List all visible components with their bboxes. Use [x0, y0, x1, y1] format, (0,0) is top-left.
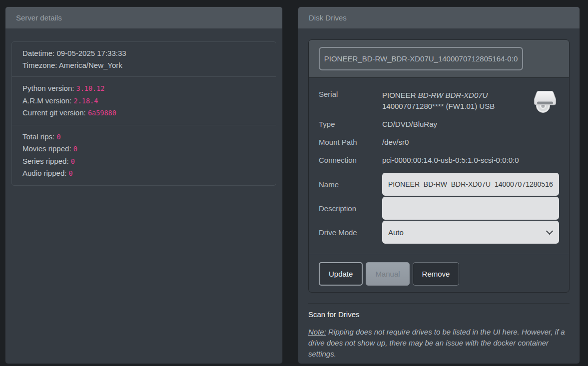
series-ripped-line: Series ripped: 0 [22, 155, 265, 168]
git-version-label: Current git version: [22, 108, 86, 117]
manual-button[interactable]: Manual [366, 262, 409, 286]
arm-version-line: A.R.M version: 2.18.4 [22, 95, 265, 107]
server-details-header: Server details [5, 7, 282, 28]
python-version-line: Python version: 3.10.12 [22, 82, 265, 95]
note-label: Note: [308, 328, 326, 336]
drives-note: Note: Ripping does not require drives to… [308, 327, 570, 360]
page: Server details Datetime: 09-05-2025 17:3… [0, 0, 588, 366]
field-row-connection: Connection pci-0000:00:14.0-usb-0:5:1.0-… [319, 155, 559, 166]
type-value: CD/DVD/BluRay [382, 119, 437, 130]
datetime-value: 09-05-2025 17:33:33 [56, 49, 126, 57]
server-details-body: Datetime: 09-05-2025 17:33:33 Timezone: … [5, 28, 282, 364]
drive-mode-select[interactable]: Auto [382, 221, 559, 244]
field-row-mount-path: Mount Path /dev/sr0 [319, 137, 559, 148]
drive-card-footer: Update Manual Remove [309, 254, 569, 292]
series-ripped-label: Series ripped: [22, 157, 69, 165]
name-input[interactable] [382, 173, 559, 196]
audio-ripped-line: Audio ripped: 0 [22, 167, 265, 180]
remove-button[interactable]: Remove [413, 262, 460, 286]
timezone-label: Timezone: [22, 61, 57, 69]
git-version-line: Current git version: 6a59880 [22, 107, 265, 119]
serial-maker: PIONEER [382, 91, 416, 99]
disc-drive-icon [532, 89, 558, 115]
datetime-line: Datetime: 09-05-2025 17:33:33 [22, 47, 265, 59]
total-rips-value: 0 [56, 133, 60, 141]
server-details-title: Server details [16, 13, 62, 22]
arm-version-label: A.R.M version: [22, 96, 71, 105]
field-row-serial: Serial PIONEER BD-RW BDR-XD07U 140007071… [319, 90, 559, 111]
disk-drives-header: Disk Drives [298, 7, 580, 28]
disk-drives-panel: Disk Drives PIONEER_BD-RW_BDR-XD07U_1400… [298, 7, 580, 364]
section-divider [308, 303, 570, 304]
drive-mode-label: Drive Mode [319, 228, 382, 237]
mount-path-label: Mount Path [319, 137, 382, 148]
field-row-type: Type CD/DVD/BluRay [319, 119, 559, 130]
versions-section: Python version: 3.10.12 A.R.M version: 2… [12, 77, 276, 125]
movies-ripped-line: Movies ripped: 0 [22, 143, 265, 155]
movies-ripped-label: Movies ripped: [22, 144, 71, 153]
name-label: Name [319, 180, 382, 189]
scan-for-drives-link[interactable]: Scan for Drives [308, 310, 360, 319]
git-version-value: 6a59880 [88, 109, 116, 117]
timezone-value: America/New_York [59, 61, 122, 69]
series-ripped-value: 0 [71, 157, 75, 165]
serial-value: PIONEER BD-RW BDR-XD07U 140007071280****… [382, 90, 495, 111]
server-details-panel: Server details Datetime: 09-05-2025 17:3… [5, 7, 282, 364]
field-row-drive-mode: Drive Mode Auto [319, 221, 559, 244]
field-row-name: Name [319, 173, 559, 196]
description-label: Description [319, 204, 382, 213]
description-field-wrap [382, 197, 559, 220]
datetime-label: Datetime: [22, 49, 54, 57]
arm-version-value: 2.18.4 [74, 97, 98, 105]
total-rips-label: Total rips: [22, 132, 54, 141]
drive-mode-field-wrap: Auto [382, 221, 559, 244]
update-button[interactable]: Update [319, 262, 363, 286]
name-field-wrap [382, 173, 559, 196]
drive-card: PIONEER_BD-RW_BDR-XD07U_1400070712805164… [308, 39, 570, 293]
serial-label: Serial [319, 90, 382, 111]
type-label: Type [319, 119, 382, 130]
timezone-line: Timezone: America/New_York [22, 59, 265, 71]
drive-card-header: PIONEER_BD-RW_BDR-XD07U_1400070712805164… [309, 40, 569, 78]
total-rips-line: Total rips: 0 [22, 131, 265, 143]
field-row-description: Description [319, 197, 559, 220]
mount-path-value: /dev/sr0 [382, 137, 409, 148]
movies-ripped-value: 0 [73, 145, 77, 153]
serial-line2: 140007071280**** (FW1.01) USB [382, 101, 495, 112]
drive-card-body: Serial PIONEER BD-RW BDR-XD07U 140007071… [309, 78, 569, 254]
disk-drives-body: PIONEER_BD-RW_BDR-XD07U_1400070712805164… [298, 28, 580, 364]
connection-value: pci-0000:00:14.0-usb-0:5:1.0-scsi-0:0:0:… [382, 155, 519, 166]
serial-line1: PIONEER BD-RW BDR-XD07U [382, 90, 495, 101]
python-version-value: 3.10.12 [76, 84, 105, 92]
note-text: Ripping does not require drives to be li… [308, 328, 565, 358]
server-info-card: Datetime: 09-05-2025 17:33:33 Timezone: … [11, 41, 276, 186]
description-input[interactable] [382, 197, 559, 220]
datetime-section: Datetime: 09-05-2025 17:33:33 Timezone: … [12, 42, 276, 77]
python-version-label: Python version: [22, 84, 74, 92]
drive-select-button[interactable]: PIONEER_BD-RW_BDR-XD07U_1400070712805164… [319, 47, 523, 70]
disk-drives-title: Disk Drives [309, 13, 347, 22]
audio-ripped-value: 0 [69, 169, 73, 177]
audio-ripped-label: Audio ripped: [22, 169, 66, 177]
serial-model: BD-RW BDR-XD07U [418, 91, 488, 99]
connection-label: Connection [319, 155, 382, 166]
rips-section: Total rips: 0 Movies ripped: 0 Series ri… [12, 125, 276, 185]
